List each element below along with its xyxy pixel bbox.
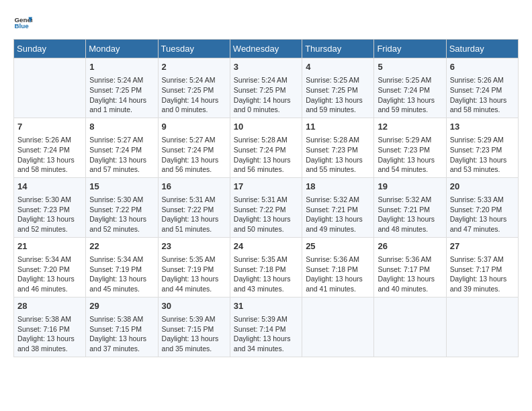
day-info: and 37 minutes. — [89, 344, 154, 354]
day-info: Daylight: 13 hours — [378, 95, 442, 105]
day-number: 30 — [162, 300, 226, 312]
day-number: 10 — [234, 121, 298, 133]
day-number: 13 — [450, 121, 515, 133]
day-info: and 48 minutes. — [378, 224, 442, 234]
day-cell: 10Sunrise: 5:28 AMSunset: 7:24 PMDayligh… — [230, 118, 302, 177]
day-cell: 21Sunrise: 5:34 AMSunset: 7:20 PMDayligh… — [14, 237, 86, 297]
day-number: 18 — [306, 181, 370, 193]
day-info: and 0 minutes. — [234, 105, 298, 115]
day-number: 7 — [17, 121, 82, 133]
day-cell: 13Sunrise: 5:29 AMSunset: 7:23 PMDayligh… — [446, 118, 518, 177]
day-info: Daylight: 13 hours — [234, 274, 298, 284]
day-cell: 7Sunrise: 5:26 AMSunset: 7:24 PMDaylight… — [14, 118, 86, 177]
day-info: Daylight: 14 hours — [89, 95, 154, 105]
day-info: Sunrise: 5:25 AM — [378, 75, 442, 85]
day-cell: 9Sunrise: 5:27 AMSunset: 7:24 PMDaylight… — [158, 118, 230, 177]
day-number: 19 — [378, 181, 442, 193]
day-info: Sunset: 7:25 PM — [162, 85, 226, 95]
day-info: Daylight: 13 hours — [162, 334, 226, 344]
day-number: 31 — [234, 300, 298, 312]
day-info: Daylight: 13 hours — [89, 334, 154, 344]
day-info: Sunset: 7:15 PM — [89, 324, 154, 334]
day-cell: 30Sunrise: 5:39 AMSunset: 7:15 PMDayligh… — [158, 297, 230, 357]
day-info: and 40 minutes. — [378, 284, 442, 294]
day-info: Sunrise: 5:27 AM — [162, 135, 226, 145]
day-info: Daylight: 13 hours — [378, 274, 442, 284]
day-info: Sunrise: 5:24 AM — [89, 75, 154, 85]
day-cell: 1Sunrise: 5:24 AMSunset: 7:25 PMDaylight… — [86, 58, 158, 118]
day-cell: 22Sunrise: 5:34 AMSunset: 7:19 PMDayligh… — [86, 237, 158, 297]
day-info: Sunset: 7:24 PM — [162, 145, 226, 155]
day-info: Sunset: 7:22 PM — [89, 205, 154, 215]
day-number: 28 — [17, 300, 82, 312]
day-cell — [374, 297, 446, 357]
day-info: Sunrise: 5:24 AM — [162, 75, 226, 85]
day-number: 26 — [378, 240, 442, 253]
day-info: Daylight: 13 hours — [89, 214, 154, 224]
day-info: and 59 minutes. — [306, 105, 370, 115]
day-info: Sunset: 7:22 PM — [162, 205, 226, 215]
day-info: Sunrise: 5:33 AM — [450, 195, 515, 205]
day-cell: 5Sunrise: 5:25 AMSunset: 7:24 PMDaylight… — [374, 58, 446, 118]
day-info: Sunrise: 5:32 AM — [378, 195, 442, 205]
day-info: and 47 minutes. — [450, 224, 515, 234]
column-header-tuesday: Tuesday — [158, 40, 230, 58]
day-cell: 31Sunrise: 5:39 AMSunset: 7:14 PMDayligh… — [230, 297, 302, 357]
day-cell: 28Sunrise: 5:38 AMSunset: 7:16 PMDayligh… — [14, 297, 86, 357]
day-cell: 8Sunrise: 5:27 AMSunset: 7:24 PMDaylight… — [86, 118, 158, 177]
svg-text:Blue: Blue — [14, 22, 29, 30]
day-info: Daylight: 13 hours — [378, 214, 442, 224]
day-number: 2 — [162, 61, 226, 73]
day-info: Sunrise: 5:39 AM — [162, 314, 226, 324]
day-info: Daylight: 13 hours — [306, 214, 370, 224]
day-number: 22 — [89, 240, 154, 253]
day-info: Sunset: 7:24 PM — [89, 145, 154, 155]
day-info: and 50 minutes. — [234, 224, 298, 234]
day-info: and 59 minutes. — [378, 105, 442, 115]
day-info: Sunset: 7:25 PM — [89, 85, 154, 95]
day-info: Daylight: 13 hours — [450, 274, 515, 284]
day-info: Sunrise: 5:31 AM — [162, 195, 226, 205]
day-info: Sunset: 7:20 PM — [17, 265, 82, 275]
day-info: Sunrise: 5:32 AM — [306, 195, 370, 205]
day-info: and 56 minutes. — [234, 165, 298, 175]
day-cell: 26Sunrise: 5:36 AMSunset: 7:17 PMDayligh… — [374, 237, 446, 297]
column-header-saturday: Saturday — [446, 40, 518, 58]
day-info: Sunrise: 5:29 AM — [450, 135, 515, 145]
week-row-5: 28Sunrise: 5:38 AMSunset: 7:16 PMDayligh… — [14, 297, 519, 357]
day-number: 25 — [306, 240, 370, 253]
day-info: Sunrise: 5:39 AM — [234, 314, 298, 324]
day-number: 14 — [17, 181, 82, 193]
day-info: Sunrise: 5:35 AM — [234, 255, 298, 265]
logo-icon: General Blue — [13, 13, 32, 32]
day-info: Sunrise: 5:25 AM — [306, 75, 370, 85]
day-cell: 25Sunrise: 5:36 AMSunset: 7:18 PMDayligh… — [302, 237, 374, 297]
day-info: Daylight: 14 hours — [234, 95, 298, 105]
day-info: and 43 minutes. — [234, 284, 298, 294]
day-info: Sunset: 7:16 PM — [17, 324, 82, 334]
column-header-sunday: Sunday — [14, 40, 86, 58]
day-info: Sunset: 7:14 PM — [234, 324, 298, 334]
day-info: Daylight: 13 hours — [306, 155, 370, 165]
day-info: and 51 minutes. — [162, 224, 226, 234]
day-info: Daylight: 13 hours — [17, 274, 82, 284]
day-info: Sunrise: 5:26 AM — [17, 135, 82, 145]
day-cell: 6Sunrise: 5:26 AMSunset: 7:24 PMDaylight… — [446, 58, 518, 118]
column-header-wednesday: Wednesday — [230, 40, 302, 58]
day-number: 15 — [89, 181, 154, 193]
day-info: Daylight: 14 hours — [162, 95, 226, 105]
day-info: and 49 minutes. — [306, 224, 370, 234]
day-info: Sunrise: 5:34 AM — [89, 255, 154, 265]
column-header-monday: Monday — [86, 40, 158, 58]
page-header: General Blue — [13, 13, 519, 32]
day-cell: 27Sunrise: 5:37 AMSunset: 7:17 PMDayligh… — [446, 237, 518, 297]
day-cell: 17Sunrise: 5:31 AMSunset: 7:22 PMDayligh… — [230, 177, 302, 237]
day-info: Sunset: 7:24 PM — [378, 85, 442, 95]
day-info: Sunrise: 5:28 AM — [234, 135, 298, 145]
day-info: Daylight: 13 hours — [378, 155, 442, 165]
day-info: Sunset: 7:18 PM — [306, 265, 370, 275]
day-info: Sunset: 7:23 PM — [17, 205, 82, 215]
day-info: and 54 minutes. — [378, 165, 442, 175]
day-info: and 38 minutes. — [17, 344, 82, 354]
day-info: Daylight: 13 hours — [450, 155, 515, 165]
